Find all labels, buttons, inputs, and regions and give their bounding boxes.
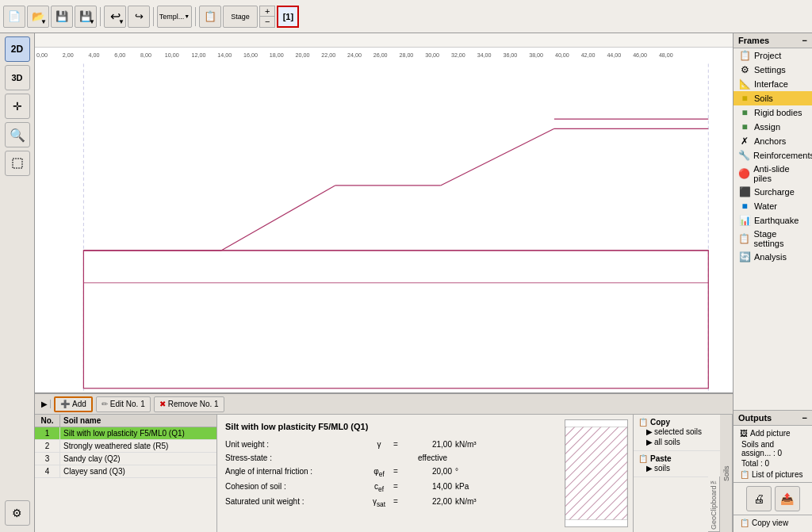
3d-view-button[interactable]: 3D <box>5 65 30 90</box>
frames-item-settings[interactable]: ⚙ Settings <box>733 63 812 77</box>
print-button[interactable]: 🖨 <box>746 486 772 511</box>
settings-tool-button[interactable]: ⚙ <box>5 500 30 526</box>
soil-row-4[interactable]: 4 Clayey sand (Q3) <box>35 465 216 478</box>
detail-row-sat-weight: Saturated unit weight : γsat = 22,00 kN/… <box>225 495 552 510</box>
svg-rect-41 <box>565 427 627 520</box>
frames-item-earthquake[interactable]: 📊 Earthquake <box>733 213 812 228</box>
frames-label-project: Project <box>754 51 781 60</box>
svg-text:26,00: 26,00 <box>373 52 388 59</box>
svg-text:38,00: 38,00 <box>529 52 543 59</box>
detail-val-sat: 22,00 <box>404 495 452 510</box>
svg-text:42,00: 42,00 <box>581 52 596 59</box>
copy-icon: 📋 <box>638 418 648 427</box>
copy-label: Copy <box>650 418 670 427</box>
select-tool-button[interactable] <box>5 151 30 176</box>
bottom-collapse-button[interactable]: ▶ <box>38 400 51 408</box>
paste-soils-label: soils <box>654 464 670 473</box>
detail-unit-cohesion: kPa <box>455 480 503 495</box>
move-tool-button[interactable]: ✛ <box>5 94 30 119</box>
soil-no-4: 4 <box>35 465 60 477</box>
soil-row-1[interactable]: 1 Silt with low plasticity F5/ML0 (Q1) <box>35 427 216 440</box>
svg-text:6,00: 6,00 <box>114 52 125 59</box>
detail-label-uw: Unit weight : <box>225 438 368 451</box>
svg-text:44,00: 44,00 <box>607 52 621 59</box>
soils-assign-value: 0 <box>778 449 783 457</box>
frames-item-interface[interactable]: 📐 Interface <box>733 77 812 91</box>
svg-text:18,00: 18,00 <box>270 52 284 59</box>
add-soil-button[interactable]: ➕ Add <box>54 396 93 412</box>
add-stage-button[interactable]: + <box>260 6 274 17</box>
detail-sym-uw: γ <box>371 438 387 451</box>
remove-soil-button[interactable]: ✖ Remove No. 1 <box>154 396 224 412</box>
frames-item-anti-slide-piles[interactable]: 🔴 Anti-slide piles <box>733 163 812 185</box>
save-as-button[interactable]: 💾▼ <box>75 6 97 28</box>
frames-item-assign[interactable]: ■ Assign <box>733 120 812 134</box>
detail-label-sat: Saturated unit weight : <box>225 495 368 510</box>
detail-eq-sat: = <box>390 495 401 510</box>
copy-all-label: all soils <box>654 438 680 446</box>
bottom-vertical-label[interactable]: Soils <box>720 415 733 532</box>
add-icon: ➕ <box>60 400 70 408</box>
canvas-svg: 0,00 2,00 4,00 6,00 8,00 10,00 12,00 14,… <box>35 48 733 393</box>
new-button[interactable]: 📄 <box>3 6 25 28</box>
frames-item-project[interactable]: 📋 Project <box>733 48 812 63</box>
soil-name-4: Clayey sand (Q3) <box>60 465 216 477</box>
frames-item-rigid-bodies[interactable]: ■ Rigid bodies <box>733 105 812 120</box>
paste-soils[interactable]: ▶ soils <box>638 463 715 473</box>
soil-list-header: No. Soil name <box>35 415 216 427</box>
surcharge-icon: ⬛ <box>738 186 751 197</box>
analysis-icon: 🔄 <box>738 251 751 262</box>
frames-item-soils[interactable]: ■ Soils <box>733 91 812 105</box>
list-pictures-button[interactable]: 📋 List of pictures <box>738 469 807 480</box>
settings-icon: ⚙ <box>738 64 751 75</box>
export-button[interactable]: 📤 <box>775 486 800 511</box>
remove-stage-button[interactable]: − <box>260 17 274 27</box>
detail-row-cohesion: Cohesion of soil : cef = 14,00 kPa <box>225 480 552 495</box>
reinforcements-icon: 🔧 <box>738 150 750 161</box>
frames-label-interface: Interface <box>754 79 788 89</box>
add-picture-button[interactable]: 🖼 Add picture <box>738 427 807 439</box>
template-button[interactable]: Templ...▼ <box>157 6 192 28</box>
soil-row-3[interactable]: 3 Sandy clay (Q2) <box>35 453 216 465</box>
add-picture-label: Add picture <box>750 429 791 438</box>
water-icon: ■ <box>738 201 751 212</box>
svg-text:24,00: 24,00 <box>347 52 362 59</box>
frames-item-reinforcements[interactable]: 🔧 Reinforcements <box>733 148 812 163</box>
frames-label-assign: Assign <box>754 122 780 132</box>
soil-row-2[interactable]: 2 Strongly weathered slate (R5) <box>35 440 216 453</box>
svg-text:46,00: 46,00 <box>633 52 647 59</box>
soil-no-1: 1 <box>35 427 60 439</box>
frames-item-water[interactable]: ■ Water <box>733 199 812 213</box>
detail-eq-friction: = <box>390 465 401 480</box>
copy-view-icon: 📋 <box>740 519 749 527</box>
copy-all-soils[interactable]: ▶ all soils <box>638 437 715 447</box>
open-button[interactable]: 📂▼ <box>27 6 49 28</box>
stage-1-button[interactable]: [1] <box>277 6 299 28</box>
frames-collapse-button[interactable]: − <box>802 36 807 45</box>
2d-view-button[interactable]: 2D <box>5 36 30 62</box>
copy-view-button[interactable]: 📋 Copy view <box>738 517 807 529</box>
soils-assign-label: Soils and assign... : <box>741 440 776 457</box>
soil-list: No. Soil name 1 Silt with low plasticity… <box>35 415 217 532</box>
save-button[interactable]: 💾 <box>51 6 73 28</box>
col-no-header: No. <box>35 415 60 427</box>
edit-soil-button[interactable]: ✏ Edit No. 1 <box>96 396 151 412</box>
outputs-collapse-button[interactable]: − <box>802 413 807 423</box>
svg-text:28,00: 28,00 <box>399 52 413 59</box>
frames-item-analysis[interactable]: 🔄 Analysis <box>733 250 812 264</box>
total-label: Total : <box>741 459 763 468</box>
add-label: Add <box>72 400 86 408</box>
redo-button[interactable]: ↪ <box>128 6 150 28</box>
zoom-tool-button[interactable]: 🔍 <box>5 122 30 147</box>
copy-stage-button[interactable]: 📋 <box>199 6 221 28</box>
frames-item-surcharge[interactable]: ⬛ Surcharge <box>733 185 812 199</box>
frames-item-anchors[interactable]: ✗ Anchors <box>733 134 812 148</box>
copy-selected-soils[interactable]: ▶ selected soils <box>638 427 715 437</box>
paste-section: 📋 Paste ▶ soils <box>634 451 720 477</box>
frames-item-stage-settings[interactable]: 📋 Stage settings <box>733 228 812 250</box>
bottom-panel: ▶ ➕ Add ✏ Edit No. 1 ✖ Remove No. 1 <box>35 393 733 532</box>
undo-button[interactable]: ↩▼ <box>104 6 126 28</box>
detail-sym-stress <box>371 451 382 465</box>
soils-assign-count: Soils and assign... : 0 <box>738 439 807 458</box>
stage-button[interactable]: Stage <box>223 6 258 28</box>
